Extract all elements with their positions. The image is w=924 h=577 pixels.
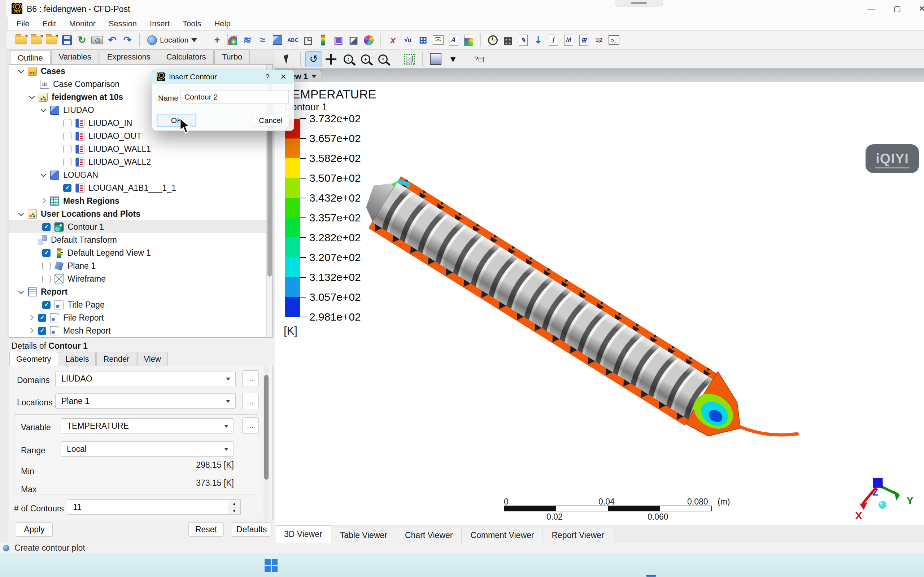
stepper-up-button[interactable]: ▲ (228, 500, 241, 507)
zoom-in-tool-icon[interactable]: + (357, 51, 374, 67)
reload-icon[interactable]: ↻ (74, 32, 89, 48)
checkbox-liudao-wall1[interactable] (63, 145, 71, 153)
tab-outline[interactable]: Outline (10, 50, 50, 64)
redo-icon[interactable]: ↷ (120, 32, 135, 48)
details-tab-labels[interactable]: Labels (59, 352, 96, 366)
checkbox-file-report[interactable] (38, 314, 46, 322)
menu-help[interactable]: Help (210, 19, 239, 29)
expression-icon[interactable]: √α (400, 32, 415, 48)
vector-icon[interactable]: + (209, 32, 225, 48)
table-icon[interactable]: ⊞ (415, 32, 431, 48)
rotate-tool-icon[interactable]: ↺ (305, 51, 322, 67)
tree-item-lougan[interactable]: LOUGAN (9, 168, 273, 181)
variable-dropdown[interactable]: TEMPERATURE (61, 418, 234, 434)
viewer-tab-table-viewer[interactable]: Table Viewer (331, 528, 396, 543)
expander-feidengwen-at-10s[interactable] (29, 95, 34, 100)
location-selector[interactable]: Location (144, 34, 200, 47)
tab-variables[interactable]: Variables (51, 49, 99, 64)
variable-icon[interactable]: x (385, 32, 400, 48)
expander-mesh-regions[interactable] (41, 198, 46, 203)
probe-icon[interactable]: ⇣ (531, 32, 546, 48)
details-tab-geometry[interactable]: Geometry (10, 352, 58, 366)
contours-count-input[interactable]: 11 (67, 500, 241, 515)
dialog-close-button[interactable]: ✕ (277, 71, 289, 82)
details-tab-view[interactable]: View (137, 352, 168, 366)
dialog-name-input[interactable] (181, 90, 289, 103)
contour-icon[interactable] (225, 32, 240, 48)
text-label-icon[interactable]: ABC (285, 32, 300, 48)
maximize-button[interactable]: ▢ (888, 2, 906, 16)
tab-calculators[interactable]: Calculators (159, 49, 214, 64)
coord-frame-icon[interactable]: ◳ (300, 32, 315, 48)
locations-more-button[interactable]: ... (242, 393, 259, 409)
menu-session[interactable]: Session (104, 19, 145, 29)
tree-item-liudao-wall1[interactable]: LIUDAO_WALL1 (9, 142, 273, 155)
checkbox-wireframe[interactable] (42, 275, 50, 283)
details-scrollbar[interactable] (263, 366, 269, 519)
function-calculator-icon[interactable]: ƒ (546, 32, 561, 48)
quick-editor-icon[interactable]: ✎ (515, 32, 531, 48)
zoom-tool-icon[interactable]: ↕ (340, 51, 357, 67)
load-results-icon[interactable] (14, 32, 29, 48)
animation-icon[interactable]: ▦ (500, 32, 515, 48)
legend-toggle-icon[interactable] (315, 32, 331, 48)
tab-expressions[interactable]: Expressions (100, 49, 158, 64)
viewer-help-icon[interactable]: ?▤ (471, 51, 488, 67)
viewer-tab-chart-viewer[interactable]: Chart Viewer (396, 528, 462, 543)
expander-liudao[interactable] (41, 108, 46, 113)
figure-icon[interactable] (461, 32, 476, 48)
viewport-3d[interactable]: TEMPERATURE Contour 1 3.732e+023.657e+02… (275, 82, 924, 525)
menu-edit[interactable]: Edit (38, 19, 65, 29)
reset-button[interactable]: Reset (188, 522, 224, 537)
checkbox-lougan-a1b1-1-1[interactable] (63, 184, 71, 192)
checkbox-plane-1[interactable] (42, 262, 50, 270)
streamline-icon[interactable]: ≋ (240, 32, 255, 48)
tree-item-default-legend-view-1[interactable]: Default Legend View 1 (9, 246, 273, 259)
tree-item-mesh-regions[interactable]: Mesh Regions (9, 194, 273, 207)
select-tool-icon[interactable] (279, 51, 296, 67)
snapshot-icon[interactable] (89, 32, 105, 48)
save-state-icon[interactable] (59, 32, 74, 48)
tab-turbo[interactable]: Turbo (215, 49, 250, 64)
defaults-button[interactable]: Defaults (232, 522, 271, 537)
clip-plane-icon[interactable]: ◪ (346, 32, 361, 48)
tree-item-user-locations-and-plots[interactable]: User Locations and Plots (9, 207, 273, 220)
pan-tool-icon[interactable] (323, 51, 339, 67)
tree-item-wireframe[interactable]: Wireframe (9, 272, 273, 285)
checkbox-liudao-in[interactable] (63, 119, 71, 127)
domains-dropdown[interactable]: LIUDAO (55, 371, 236, 386)
close-button[interactable]: ✕ (913, 2, 924, 16)
macro-calculator-icon[interactable]: M (561, 32, 576, 48)
range-dropdown[interactable]: Local (61, 442, 234, 456)
tree-item-lougan-a1b1-1-1[interactable]: LOUGAN_A1B1___1_1 (9, 181, 273, 194)
mesh-calculator-icon[interactable]: ⊞ (576, 32, 591, 48)
expander-cases[interactable] (18, 69, 23, 74)
checkbox-title-page[interactable] (42, 301, 50, 309)
tree-item-liudao-wall2[interactable]: LIUDAO_WALL2 (9, 155, 273, 168)
tree-item-report[interactable]: Report (9, 285, 273, 298)
tree-item-mesh-report[interactable]: Mesh Report (9, 324, 273, 337)
tree-item-title-page[interactable]: Title Page (9, 298, 273, 311)
stepper-down-button[interactable]: ▼ (228, 507, 241, 515)
tree-item-contour-1[interactable]: Contour 1 (9, 220, 273, 233)
screen-recorder-handle[interactable] (615, 0, 663, 6)
expander-file-report[interactable] (29, 315, 34, 320)
viewer-tab-3d-viewer[interactable]: 3D Viewer (275, 525, 331, 543)
details-scrollbar-thumb[interactable] (264, 375, 268, 480)
dialog-title-bar[interactable]: PST Insert Contour ? ✕ (152, 70, 294, 84)
chart-icon[interactable] (431, 32, 446, 48)
tree-item-default-transform[interactable]: Default Transform (9, 233, 273, 246)
viewer-tab-report-viewer[interactable]: Report Viewer (543, 528, 613, 543)
domains-more-button[interactable]: ... (242, 371, 259, 387)
checkbox-contour-1[interactable] (42, 223, 50, 231)
undo-icon[interactable]: ↶ (105, 32, 120, 48)
expander-user-locations-and-plots[interactable] (18, 211, 23, 216)
comment-icon[interactable]: A (446, 32, 461, 48)
locations-dropdown[interactable]: Plane 1 (55, 393, 236, 409)
command-editor-icon[interactable]: >_ (606, 32, 622, 48)
menu-monitor[interactable]: Monitor (65, 19, 104, 29)
particle-track-icon[interactable]: ≈ (255, 32, 270, 48)
apply-button[interactable]: Apply (16, 522, 53, 537)
checkbox-liudao-out[interactable] (63, 132, 71, 140)
start-button[interactable] (262, 556, 280, 574)
